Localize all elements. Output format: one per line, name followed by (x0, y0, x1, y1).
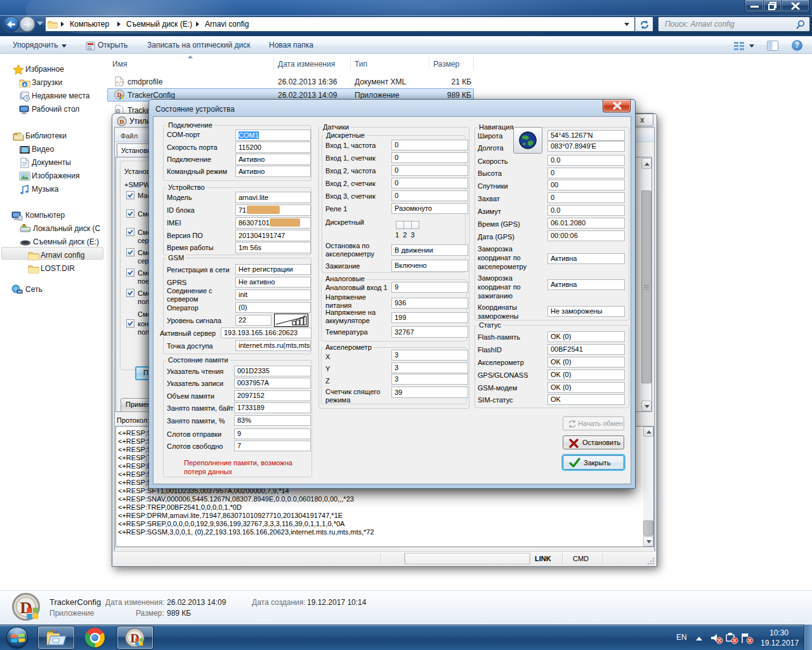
svg-text:</>: </> (116, 80, 124, 85)
svg-text:D: D (120, 119, 124, 125)
